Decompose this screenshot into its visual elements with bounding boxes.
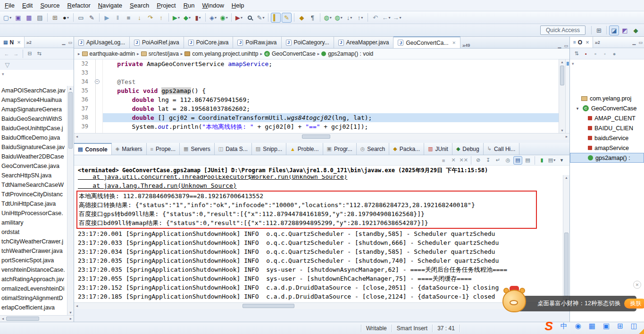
scrollbar-thumb[interactable] [68,92,73,149]
outline-item[interactable]: amapService [570,143,644,153]
file-item[interactable]: portScenicSpot.java [0,256,67,265]
outline-item[interactable]: com.yelang.proj [570,93,644,103]
left-panel-tab[interactable]: ▤ N ✕ [0,37,25,48]
file-item[interactable]: tchCityWeatherCrawer.j [0,237,67,246]
console-area-tab[interactable]: ◫Data S... [215,143,252,155]
scrollbar-thumb[interactable] [560,66,564,85]
javaee-perspective-icon[interactable]: ◪ [609,25,619,35]
editor-tab[interactable]: JAreaMapper.java [334,37,394,48]
console-area-tab[interactable]: ▣Progr... [323,143,357,155]
keyboard-icon[interactable]: ▦ [589,322,595,330]
file-item[interactable]: amilitary [0,218,67,227]
view-menu-icon[interactable]: ▾ [557,156,566,165]
console-area-tab[interactable]: ◈Markers [112,143,147,155]
scrollbar-thumb[interactable] [302,134,330,139]
minimize-icon[interactable]: ▁ [558,43,561,48]
menu-source[interactable]: Source [36,0,63,10]
code-line[interactable]: 34− @Test [74,77,559,86]
editor-tab[interactable]: JPoiCore.java [184,37,234,48]
console-area-tab[interactable]: ▨Snipp... [252,143,286,155]
external-tools-icon[interactable]: ▶ [234,13,244,23]
editor-tab[interactable]: JGeoConvertCa...✕ [393,36,460,48]
scroll-left-icon[interactable]: ◄ [0,316,6,322]
menu-run[interactable]: Run [180,0,199,10]
console-vscrollbar[interactable]: ▲ ▼ [563,175,569,302]
forward-history-icon[interactable]: → [392,13,402,23]
print-icon[interactable]: ▤ [35,13,45,23]
remove-launch-icon[interactable]: ✕ [449,156,458,165]
open-terminal-icon[interactable]: ▭ [76,13,86,23]
file-item[interactable]: AmapService4Huaihua [0,95,67,105]
scroll-left-icon[interactable]: ◄ [74,303,80,309]
scroll-right-icon[interactable]: ► [564,134,569,140]
file-item[interactable]: AmaPOISearchCase.jav [0,86,67,95]
editor-tab[interactable]: JPoiCategory... [282,37,334,48]
hide-nonpublic-icon[interactable]: ◦ [601,50,609,58]
menu-search[interactable]: Search [126,0,153,10]
annotation-icon[interactable]: ✎ [256,13,266,23]
hide-static-icon[interactable]: ▫ [591,50,600,58]
mascot-image[interactable] [502,286,527,313]
file-item[interactable]: BaiduSignatureCase.jav [0,142,67,152]
last-edit-location-icon[interactable]: ↶ [370,13,380,23]
console-area-tab[interactable]: ◎Search [357,143,390,155]
search-icon[interactable] [245,13,255,23]
scroll-up-icon[interactable]: ▲ [563,175,569,180]
editor-overflow-chevron[interactable]: »49 [460,42,472,48]
debug-perspective-icon[interactable]: ◆ [631,25,641,35]
hide-fields-icon[interactable]: ▪ [582,50,590,58]
file-item[interactable]: TdtUniHttpCase.java [0,199,67,209]
step-over-icon[interactable]: ↷ [145,13,155,23]
change-skin-button[interactable]: 换肤 [624,299,644,309]
editor-vscrollbar[interactable]: ▲ ▼ [559,59,565,133]
outline-item[interactable]: gps2amap() : [570,153,644,163]
back-history-icon[interactable]: ← [381,13,391,23]
scroll-down-icon[interactable]: ▼ [559,128,565,133]
file-item[interactable]: BaiduGeoSearchWithS [0,114,67,124]
editor-tab[interactable]: JApiUsageLog... [74,37,130,48]
scroll-up-icon[interactable]: ▲ [559,59,565,65]
code-line[interactable]: 37 double lat = 28.195681037862602; [74,104,559,113]
console-output[interactable]: at java.util.concurrent.ThreadPoolExecut… [74,175,563,302]
console-area-tab[interactable]: ↳Call Hi... [484,143,520,155]
minimize-icon[interactable]: ▁ [62,40,66,45]
breadcrumb-item[interactable]: com.yelang.project.unihttp [184,50,258,57]
expander-icon[interactable]: ▾ [575,106,580,111]
voice-input-icon[interactable]: ◉ [575,322,581,330]
show-stdout-icon[interactable]: ▤ [513,156,522,165]
menu-help[interactable]: Help [228,0,248,10]
step-return-icon[interactable]: ↑ [156,13,166,23]
web-browser-icon[interactable]: ◍ [323,13,333,23]
next-annotation-icon[interactable]: ↓ [344,13,354,23]
console-area-tab[interactable]: ≡Prope... [147,143,180,155]
file-item[interactable]: TdtNameSearchCaseW [0,180,67,190]
console-area-tab[interactable]: ▦Servers [180,143,215,155]
console-area-tab[interactable]: ▤Console [74,143,112,155]
coverage-session-icon[interactable]: ▮ [537,156,546,165]
menu-file[interactable]: File [1,0,18,10]
file-item[interactable]: TdtProvinceCityDistanc [0,190,67,199]
console-area-tab[interactable]: ▲Proble... [286,143,323,155]
new-wizard-icon[interactable]: ▢ [2,13,12,23]
file-item[interactable]: erlapCoefficient.java [0,303,67,312]
back-icon[interactable]: ← [2,50,11,58]
breadcrumb-item[interactable]: src/test/java [141,50,179,57]
breadcrumb-item[interactable]: gps2amap() : void [321,50,373,57]
previous-annotation-icon[interactable]: ↑ [355,13,365,23]
view-menu-icon[interactable]: ▾ [572,61,574,66]
panel-sash[interactable] [74,140,569,143]
debug-icon[interactable]: ◆ [182,13,192,23]
open-type-icon[interactable]: ◆ [297,13,307,23]
hide-local-types-icon[interactable]: ● [610,50,619,58]
view-overflow-chevron[interactable]: »2 [25,40,33,45]
code-line[interactable]: 32 private AmapGeoConvertService amapSer… [74,59,559,68]
build-icon[interactable]: ⊞ [50,13,60,23]
scrollbar-thumb[interactable] [243,304,294,308]
web-services-icon[interactable]: ◍ [334,13,343,23]
file-item[interactable]: tchWeatherCrawer.java [0,246,67,256]
outline-item[interactable]: AMAP_CLIENT [570,113,644,123]
code-line[interactable]: 35 public void gps2amap() { [74,86,559,95]
close-view-icon[interactable]: ✕ [585,40,589,45]
resume-icon[interactable]: ▶ [102,13,112,23]
file-item[interactable]: otimalStringAlignmentD [0,293,67,303]
